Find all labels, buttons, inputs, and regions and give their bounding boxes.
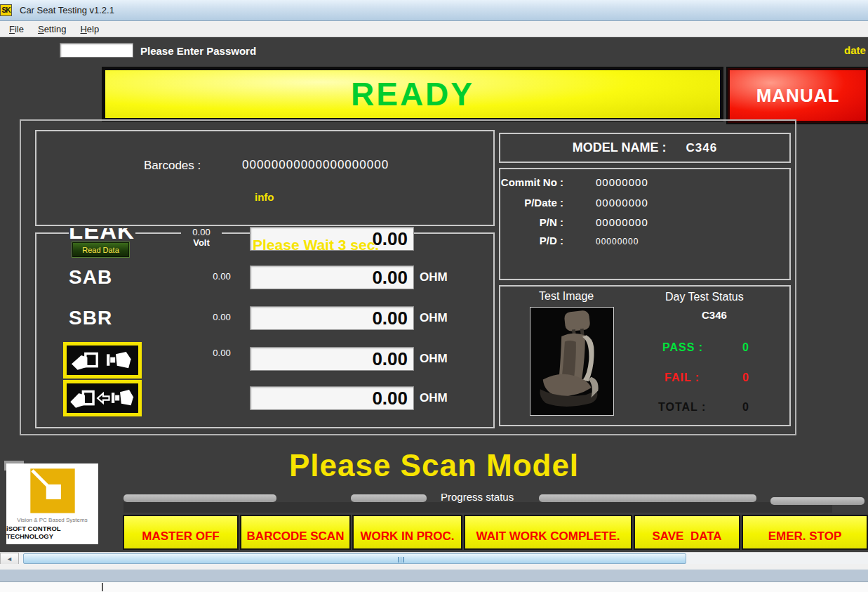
company-logo: Vision & PC Based Systems iSOFT CONTROL … [6, 463, 98, 544]
info-row-commit: Commit No : 00000000 [506, 176, 787, 193]
progress-segment [351, 494, 427, 502]
sbr-label: SBR [69, 307, 112, 329]
model-name-label: MODEL NAME : [573, 140, 667, 155]
seatbelt-insert-button[interactable] [63, 380, 142, 416]
scrollbar-thumb[interactable] [23, 553, 686, 564]
model-name-value: C346 [686, 141, 718, 155]
status-strip [0, 564, 868, 570]
p-date-value: 00000000 [596, 197, 648, 209]
read-data-button[interactable]: Read Data [72, 242, 129, 257]
p-n-label: P/N : [540, 216, 563, 228]
total-value: 0 [742, 401, 749, 414]
master-off-button[interactable]: MASTER OFF [123, 515, 239, 550]
belt1-display: 0.00 [250, 347, 414, 371]
password-input[interactable] [60, 43, 133, 58]
progress-segment [123, 494, 276, 502]
barcode-scan-button[interactable]: BARCODE SCAN [240, 515, 351, 550]
volt-value: 0.00 [192, 227, 210, 237]
grip-icon [398, 557, 406, 563]
barcodes-info: info [255, 191, 274, 203]
password-label: Please Enter Password [140, 45, 256, 57]
status-text: READY [351, 75, 474, 113]
logo-tagline: Vision & PC Based Systems [17, 517, 87, 523]
bottom-strip-divider [102, 583, 103, 591]
barcodes-panel [35, 130, 495, 226]
scroll-left-arrow-icon[interactable]: ◄ [0, 553, 19, 565]
fail-value: 0 [742, 371, 749, 384]
part-info-panel: Commit No : 00000000 P/Date : 00000000 P… [499, 168, 791, 280]
seatbelt-unbuckled-button[interactable] [63, 342, 142, 379]
sbr-unit: OHM [420, 311, 448, 325]
date-label: date [844, 44, 866, 56]
p-d-value: 00000000 [596, 237, 639, 246]
menu-setting[interactable]: Setting [32, 22, 72, 36]
logo-company-name: iSOFT CONTROL TECHNOLOGY [6, 525, 98, 540]
sab-raw-value: 0.00 [208, 271, 236, 282]
scan-prompt: Please Scan Model [0, 448, 868, 483]
belt2-display: 0.00 [250, 386, 414, 410]
horizontal-scrollbar[interactable]: ◄ [0, 552, 868, 564]
info-row-pdate: P/Date : 00000000 [506, 197, 787, 213]
sbr-display: 0.00 [250, 306, 414, 330]
sab-label: SAB [69, 266, 112, 289]
day-test-status-model: C346 [702, 309, 727, 321]
model-name-panel: MODEL NAME : C346 [499, 133, 791, 163]
app-window: SK Car Seat Testing v1.2.1 File Setting … [0, 0, 868, 592]
sab-unit: OHM [420, 270, 448, 284]
window-title: Car Seat Testing v1.2.1 [20, 5, 114, 15]
barcodes-label: Barcodes : [144, 159, 201, 173]
info-row-pd: P/D : 00000000 [506, 235, 787, 251]
progress-track-shadow [123, 502, 832, 513]
commit-no-value: 00000000 [596, 176, 648, 188]
belt1-unit: OHM [420, 352, 448, 366]
info-row-pn: P/N : 00000000 [506, 216, 787, 233]
wait-work-complete-button[interactable]: WAIT WORK COMPLETE. [464, 515, 632, 550]
test-image-label: Test Image [539, 290, 594, 303]
volt-unit-label: Volt [193, 237, 210, 248]
p-n-value: 00000000 [596, 216, 648, 228]
p-date-label: P/Date : [524, 197, 563, 209]
sab-display: 0.00 [250, 265, 414, 289]
menu-file[interactable]: File [3, 22, 30, 36]
progress-status-label: Progress status [441, 491, 514, 503]
p-d-label: P/D : [540, 235, 563, 246]
seatbelt-unbuckled-icon [67, 346, 138, 375]
seatbelt-insert-icon [67, 383, 138, 413]
bottom-strip [0, 582, 868, 592]
pass-label: PASS : [662, 341, 703, 354]
day-test-status-label: Day Test Status [665, 291, 744, 303]
commit-no-label: Commit No : [501, 176, 563, 188]
total-label: TOTAL : [658, 401, 706, 414]
wait-message: Please Wait 3 sec. [253, 237, 379, 254]
work-in-proc-button[interactable]: WORK IN PROC. [352, 515, 462, 550]
taskbar-strip [0, 570, 868, 582]
volt-readout: 0.00 Volt [181, 227, 222, 252]
belt1-raw-value: 0.00 [208, 348, 236, 358]
status-banner: READY [102, 67, 723, 121]
pass-value: 0 [742, 341, 749, 354]
menu-help[interactable]: Help [74, 22, 105, 36]
seat-image [530, 307, 614, 416]
progress-segment [539, 494, 756, 502]
status-banner-inner: READY [105, 70, 720, 118]
fail-label: FAIL : [665, 371, 700, 384]
title-bar: SK Car Seat Testing v1.2.1 [0, 0, 868, 21]
isoft-logo-icon [29, 468, 76, 514]
progress-segment [770, 497, 864, 505]
belt2-unit: OHM [420, 391, 448, 405]
barcodes-value: 00000000000000000000 [242, 158, 389, 172]
save-data-button[interactable]: SAVE DATA [634, 515, 740, 550]
manual-button[interactable]: MANUAL [728, 68, 868, 123]
menu-bar: File Setting Help [0, 21, 868, 37]
app-icon: SK [0, 4, 12, 16]
sbr-raw-value: 0.00 [208, 312, 236, 322]
emer-stop-button[interactable]: EMER. STOP [742, 515, 868, 550]
